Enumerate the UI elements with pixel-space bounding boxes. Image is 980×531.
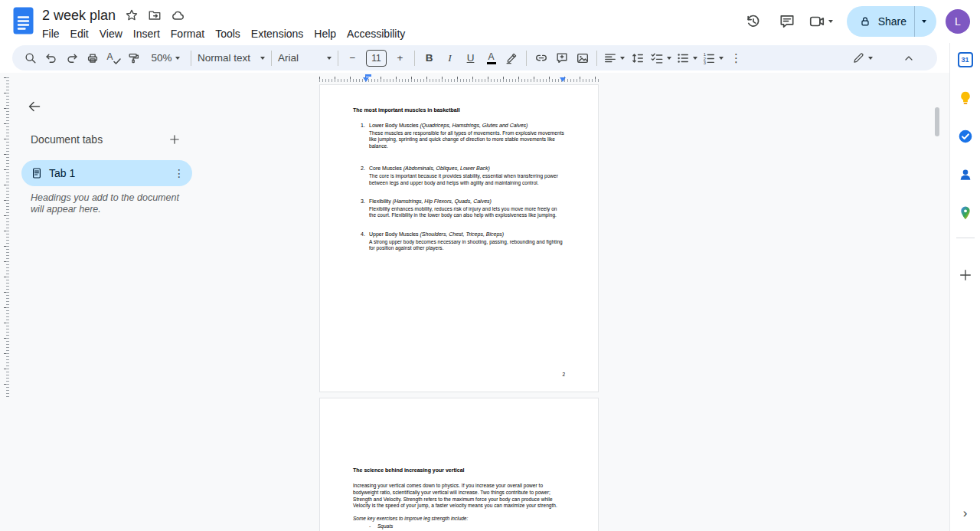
numbered-list-icon[interactable]: 123: [700, 48, 726, 68]
tab-label: Tab 1: [49, 167, 168, 179]
add-addon-icon[interactable]: [955, 264, 976, 286]
add-tab-icon[interactable]: [165, 130, 184, 149]
font-size-increase-button[interactable]: +: [390, 48, 410, 68]
horizontal-ruler[interactable]: [319, 75, 599, 82]
calendar-icon[interactable]: 31: [955, 49, 976, 70]
share-dropdown[interactable]: [915, 6, 936, 37]
toolbar-divider: [414, 51, 415, 66]
tab-options-icon[interactable]: ⋮: [174, 167, 185, 179]
font-size-input[interactable]: 11: [366, 50, 387, 67]
collapse-toolbar-icon[interactable]: [898, 48, 919, 68]
toolbar: A 50% Normal text Arial − 11 + B I U A: [12, 45, 937, 70]
menu-edit[interactable]: Edit: [65, 26, 94, 41]
list-item-3: 3. Flexibility (Hamstrings, Hip Flexors,…: [353, 198, 564, 219]
document-tabs-title: Document tabs: [31, 133, 103, 146]
share-button[interactable]: Share: [847, 6, 936, 37]
menu-insert[interactable]: Insert: [128, 26, 165, 41]
toolbar-divider: [526, 51, 527, 66]
lock-icon: [859, 15, 871, 28]
toolbar-divider: [338, 51, 338, 66]
workspace-side-rail: 31 ›: [949, 43, 980, 531]
left-margin-marker[interactable]: [363, 77, 369, 82]
headings-hint-text: Headings you add to the document will ap…: [31, 192, 193, 215]
meet-dropdown-caret[interactable]: [828, 20, 833, 23]
menu-extensions[interactable]: Extensions: [246, 26, 309, 41]
font-family-select[interactable]: Arial: [276, 48, 334, 68]
spellcheck-icon[interactable]: A: [103, 48, 123, 68]
toolbar-divider: [191, 51, 191, 66]
keep-icon[interactable]: [955, 87, 976, 109]
document-canvas: Document tabs Tab 1 ⋮ Headings you add t…: [0, 73, 949, 531]
menu-format[interactable]: Format: [165, 26, 210, 41]
tab-item-tab1[interactable]: Tab 1 ⋮: [21, 160, 192, 186]
svg-text:3: 3: [704, 61, 706, 65]
add-comment-icon[interactable]: [551, 48, 572, 68]
docs-logo-icon[interactable]: [13, 7, 34, 34]
tasks-icon[interactable]: [955, 126, 976, 147]
line-spacing-icon[interactable]: [627, 48, 648, 68]
avatar[interactable]: L: [946, 9, 970, 34]
doc-heading-muscles: The most important muscles in basketball: [353, 107, 564, 113]
font-size-decrease-button[interactable]: −: [342, 48, 363, 68]
checklist-icon[interactable]: [648, 48, 674, 68]
insert-link-icon[interactable]: [531, 48, 551, 68]
toolbar-divider: [271, 51, 272, 66]
contacts-icon[interactable]: [955, 164, 976, 185]
doc-paragraph: Increasing your vertical comes down to p…: [353, 483, 564, 510]
tab-document-icon: [31, 167, 43, 179]
bold-button[interactable]: B: [419, 48, 439, 68]
meet-call-button[interactable]: [805, 13, 839, 30]
toolbar-divider: [596, 51, 597, 66]
page-number: 2: [562, 372, 565, 377]
zoom-select[interactable]: 50%: [144, 48, 187, 68]
rail-divider: [956, 238, 975, 238]
document-title[interactable]: 2 week plan: [42, 8, 116, 24]
comments-icon[interactable]: [772, 6, 802, 37]
google-docs-app: 2 week plan File Edit View Insert Format…: [0, 0, 980, 531]
align-icon[interactable]: [601, 48, 627, 68]
search-icon[interactable]: [20, 48, 41, 68]
menu-accessibility[interactable]: Accessibility: [341, 26, 410, 41]
move-folder-icon[interactable]: [148, 8, 162, 22]
maps-icon[interactable]: [955, 202, 976, 224]
right-margin-marker[interactable]: [560, 77, 566, 82]
document-page-1[interactable]: The most important muscles in basketball…: [319, 84, 599, 392]
text-color-button[interactable]: A: [481, 48, 501, 68]
bulleted-list-icon[interactable]: [674, 48, 700, 68]
collapse-panel-chevron-icon[interactable]: ›: [956, 503, 975, 523]
menu-tools[interactable]: Tools: [210, 26, 246, 41]
menu-view[interactable]: View: [94, 26, 128, 41]
vertical-ruler[interactable]: [2, 77, 9, 398]
print-icon[interactable]: [82, 48, 103, 68]
list-item-4: 4. Upper Body Muscles (Shoulders, Chest,…: [353, 231, 564, 252]
menubar: File Edit View Insert Format Tools Exten…: [37, 26, 410, 41]
editing-mode-icon[interactable]: [850, 48, 875, 68]
cloud-status-icon[interactable]: [171, 8, 185, 23]
paragraph-style-select[interactable]: Normal text: [195, 48, 267, 68]
list-item-1: 1. Lower Body Muscles (Quadriceps, Hamst…: [353, 123, 564, 149]
scrollbar[interactable]: [935, 107, 939, 136]
paint-format-icon[interactable]: [123, 48, 144, 68]
insert-image-icon[interactable]: [572, 48, 593, 68]
menu-help[interactable]: Help: [309, 26, 341, 41]
doc-list-intro: Some key exercises to improve leg streng…: [353, 516, 564, 521]
underline-button[interactable]: U: [460, 48, 481, 68]
version-history-icon[interactable]: [738, 6, 769, 37]
back-arrow-icon[interactable]: [24, 97, 44, 116]
list-item-2: 2. Core Muscles (Abdominals, Obliques, L…: [353, 166, 564, 186]
title-area: 2 week plan File Edit View Insert Format…: [42, 5, 410, 41]
share-label: Share: [878, 15, 906, 28]
redo-icon[interactable]: [61, 48, 82, 68]
document-page-2[interactable]: The science behind increasing your verti…: [319, 398, 599, 531]
doc-heading-vertical: The science behind increasing your verti…: [353, 467, 564, 473]
menu-file[interactable]: File: [37, 26, 65, 41]
header-actions: Share L: [738, 5, 970, 38]
document-tabs-header: Document tabs: [31, 130, 184, 149]
app-header: 2 week plan File Edit View Insert Format…: [0, 0, 980, 43]
italic-button[interactable]: I: [439, 48, 460, 68]
undo-icon[interactable]: [41, 48, 61, 68]
star-icon[interactable]: [125, 8, 139, 22]
indent-marker[interactable]: [365, 74, 371, 77]
highlight-color-icon[interactable]: [501, 48, 522, 68]
more-options-icon[interactable]: ⋮: [726, 48, 746, 68]
